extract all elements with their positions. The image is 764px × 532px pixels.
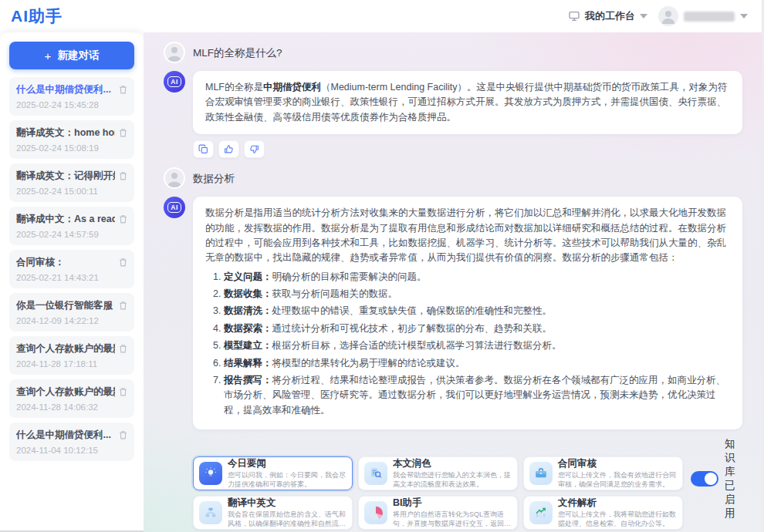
conversation-item[interactable]: 什么是中期借贷便利... 2024-11-04 10:12:15 xyxy=(9,423,134,461)
answer-bold: 中期借贷便利 xyxy=(263,82,321,93)
message-actions xyxy=(193,140,742,158)
card-desc: 您可以问我，例如：今日要闻，我会尽力提供准确和可靠的答案。 xyxy=(228,471,347,489)
analysis-steps-list: 定义问题：明确分析的目标和需要解决的问题。 数据收集：获取与分析问题相关的数据。… xyxy=(224,270,730,418)
delete-conversation-icon[interactable] xyxy=(118,170,128,181)
conversation-title: 你是一位银行智能客服，... xyxy=(16,299,115,312)
card-title: BI助手 xyxy=(393,497,512,510)
conversation-item[interactable]: 翻译成英文：记得刚开始... 2025-02-24 15:00:11 xyxy=(9,163,134,202)
knowledge-base-toggle[interactable] xyxy=(691,471,718,487)
conversation-time: 2024-11-28 14:06:32 xyxy=(16,402,127,412)
plus-icon: + xyxy=(45,49,52,62)
step-item: 结果解释：将模型的结果转化为易于理解的结论或建议。 xyxy=(224,356,730,371)
quick-action-cards: 今日要闻 您可以问我，例如：今日要闻，我会尽力提供准确和可靠的答案。 本文润色 … xyxy=(193,456,683,530)
conversation-item[interactable]: 什么是中期借贷便利... 2025-02-24 15:45:28 xyxy=(9,77,134,116)
app-window: AI助手 我的工作台 + 新建对话 xyxy=(0,0,764,532)
card-title: 合同审核 xyxy=(558,458,677,470)
card-desc: 我会旨在保留原始信息的含义、语气和风格，以确保翻译的准确性和自然流畅。 xyxy=(228,510,347,528)
pie-chart-icon xyxy=(364,501,387,524)
ai-message: AI 数据分析是指用适当的统计分析方法对收集来的大量数据进行分析，将它们加以汇总… xyxy=(164,197,742,429)
conversation-item[interactable]: 你是一位银行智能客服，... 2024-12-09 14:22:12 xyxy=(9,293,134,332)
delete-conversation-icon[interactable] xyxy=(118,343,128,354)
knowledge-base-label: 知识库已启用 xyxy=(725,437,742,520)
conversation-title: 查询个人存款账户的最新... xyxy=(16,386,115,399)
answer-intro: 数据分析是指用适当的统计分析方法对收集来的大量数据进行分析，将它们加以汇总和理解… xyxy=(205,207,726,263)
user-menu[interactable] xyxy=(658,6,748,26)
ai-message: AI MLF的全称是中期借贷便利（Medium-term Lending Fac… xyxy=(164,71,742,134)
conversation-title: 翻译成中文：As a reader... xyxy=(16,213,115,226)
user-message-text: MLF的全称是什么? xyxy=(193,42,282,60)
card-desc: 您可以上传文件，我会有效地进行合同审核，确保合同满足您的业务需求。 xyxy=(558,471,677,489)
delete-conversation-icon[interactable] xyxy=(118,127,128,138)
card-desc: 您可以上传文件，我将帮助您进行如数据处理、信息检索、自动化办公等。 xyxy=(558,510,677,528)
user-avatar xyxy=(164,167,185,189)
card-title: 文件解析 xyxy=(558,497,677,510)
conversation-title: 什么是中期借贷便利... xyxy=(16,83,115,96)
conversation-time: 2025-02-24 15:08:19 xyxy=(16,143,127,153)
conversation-time: 2025-02-24 15:00:11 xyxy=(16,187,127,196)
delete-conversation-icon[interactable] xyxy=(118,84,128,95)
step-item: 数据探索：通过统计分析和可视化技术，初步了解数据的分布、趋势和关联。 xyxy=(224,322,730,336)
step-item: 数据清洗：处理数据中的错误、重复或缺失值，确保数据的准确性和完整性。 xyxy=(224,304,730,318)
ai-message-bubble: 数据分析是指用适当的统计分析方法对收集来的大量数据进行分析，将它们加以汇总和理解… xyxy=(193,197,742,429)
delete-conversation-icon[interactable] xyxy=(118,300,128,311)
delete-conversation-icon[interactable] xyxy=(118,429,128,440)
conversation-title: 翻译成英文：home home xyxy=(16,126,115,140)
document-magnifier-icon xyxy=(364,462,387,485)
thumbs-up-button[interactable] xyxy=(218,140,239,158)
delete-conversation-icon[interactable] xyxy=(118,257,128,268)
card-title: 今日要闻 xyxy=(228,458,347,470)
quick-actions-row: 今日要闻 您可以问我，例如：今日要闻，我会尽力提供准确和可靠的答案。 本文润色 … xyxy=(193,437,742,530)
copy-button[interactable] xyxy=(193,140,214,158)
card-translate[interactable]: 翻译中英文 我会旨在保留原始信息的含义、语气和风格，以确保翻译的准确性和自然流畅… xyxy=(193,496,353,530)
card-desc: 我会帮助您进行您输入的文本润色，提高文本的流畅度和表达效果。 xyxy=(393,471,512,489)
conversation-title: 查询个人存款账户的最新... xyxy=(16,342,115,355)
card-bi-assistant[interactable]: BI助手 将用户的自然语言转化为SQL查询语句，并直接与数据库进行交互，返回智能… xyxy=(358,496,518,530)
username-redacted xyxy=(684,12,735,22)
lightbulb-icon xyxy=(199,462,222,485)
conversation-time: 2025-02-24 15:45:28 xyxy=(16,100,127,109)
delete-conversation-icon[interactable] xyxy=(118,214,128,224)
flowchart-icon xyxy=(199,501,222,524)
answer-text: MLF的全称是 xyxy=(205,82,263,93)
thumbs-down-button[interactable] xyxy=(244,140,265,158)
conversation-time: 2025-02-21 14:43:21 xyxy=(16,273,127,282)
conversation-item[interactable]: 查询个人存款账户的最新... 2024-11-28 14:06:32 xyxy=(9,379,134,418)
conversation-title: 什么是中期借贷便利... xyxy=(16,429,115,442)
new-conversation-label: 新建对话 xyxy=(57,49,99,62)
step-item: 模型建立：根据分析目标，选择合适的统计模型或机器学习算法进行数据分析。 xyxy=(224,338,730,353)
trend-arrow-icon xyxy=(529,501,553,524)
user-avatar xyxy=(658,6,678,26)
card-title: 本文润色 xyxy=(393,458,512,470)
conversation-item[interactable]: 合同审核： 2025-02-21 14:43:21 xyxy=(9,250,134,288)
workspace-menu[interactable]: 我的工作台 xyxy=(568,9,647,23)
card-desc: 将用户的自然语言转化为SQL查询语句，并直接与数据库进行交互，返回智能推荐的图表… xyxy=(393,510,512,528)
user-message: 数据分析 xyxy=(164,167,742,189)
briefcase-icon xyxy=(529,462,553,485)
card-today-news[interactable]: 今日要闻 您可以问我，例如：今日要闻，我会尽力提供准确和可靠的答案。 xyxy=(193,456,353,490)
chevron-down-icon xyxy=(640,14,647,19)
conversation-time: 2025-02-24 14:57:59 xyxy=(16,230,127,239)
step-item: 报告撰写：将分析过程、结果和结论整理成报告，供决策者参考。数据分析在各个领域都有… xyxy=(224,373,730,418)
conversation-item[interactable]: 查询个人存款账户的最新... 2024-11-28 17:18:11 xyxy=(9,336,134,375)
user-message: MLF的全称是什么? xyxy=(164,42,742,63)
monitor-icon xyxy=(568,10,580,22)
ai-message-bubble: MLF的全称是中期借贷便利（Medium-term Lending Facili… xyxy=(193,71,742,134)
card-text-polish[interactable]: 本文润色 我会帮助您进行您输入的文本润色，提高文本的流畅度和表达效果。 xyxy=(358,456,518,490)
app-logo: AI助手 xyxy=(11,5,63,27)
card-title: 翻译中英文 xyxy=(228,497,347,510)
workspace-label: 我的工作台 xyxy=(585,9,635,23)
card-contract-review[interactable]: 合同审核 您可以上传文件，我会有效地进行合同审核，确保合同满足您的业务需求。 xyxy=(523,456,683,490)
knowledge-base-toggle-group: 知识库已启用 xyxy=(691,437,742,520)
conversation-time: 2024-11-28 17:18:11 xyxy=(16,359,127,369)
new-conversation-button[interactable]: + 新建对话 xyxy=(9,42,134,69)
card-file-parse[interactable]: 文件解析 您可以上传文件，我将帮助您进行如数据处理、信息检索、自动化办公等。 xyxy=(523,496,683,530)
conversation-history-list: 什么是中期借贷便利... 2025-02-24 15:45:28 翻译成英文：h… xyxy=(9,77,134,461)
ai-avatar: AI xyxy=(164,71,185,93)
conversation-time: 2024-11-04 10:12:15 xyxy=(16,446,127,455)
ai-avatar: AI xyxy=(164,197,185,218)
chevron-down-icon xyxy=(740,14,748,19)
conversation-time: 2024-12-09 14:22:12 xyxy=(16,316,127,325)
conversation-item[interactable]: 翻译成英文：home home 2025-02-24 15:08:19 xyxy=(9,120,134,159)
delete-conversation-icon[interactable] xyxy=(118,386,128,397)
conversation-item[interactable]: 翻译成中文：As a reader... 2025-02-24 14:57:59 xyxy=(9,207,134,245)
